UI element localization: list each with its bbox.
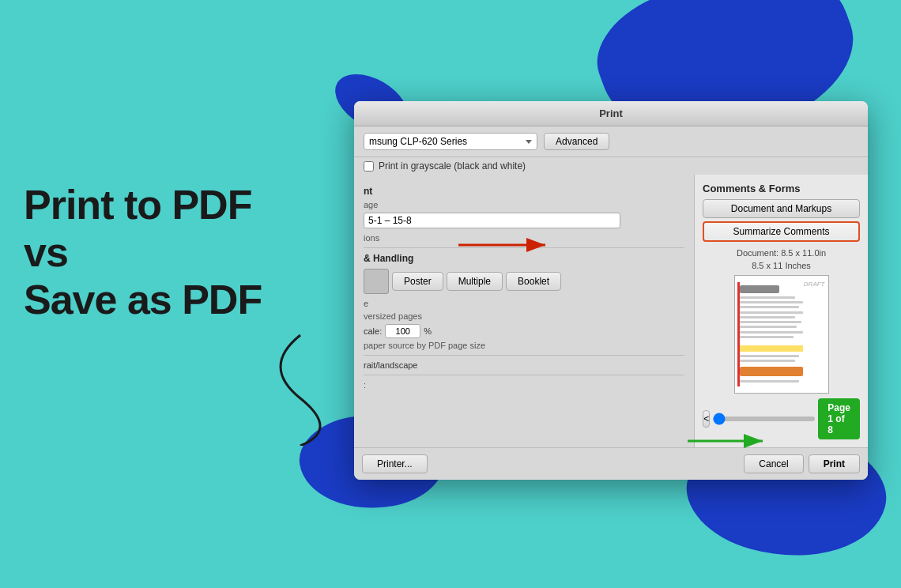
comments-forms-title: Comments & Forms bbox=[703, 183, 860, 194]
separator-3 bbox=[364, 375, 684, 375]
grayscale-label: Print in grayscale (black and white) bbox=[379, 160, 526, 172]
doc-markups-button[interactable]: Document and Markups bbox=[703, 199, 860, 218]
booklet-button[interactable]: Booklet bbox=[506, 272, 561, 291]
paper-source-label: paper source by PDF page size bbox=[364, 341, 684, 350]
page-nav-row: < Page 1 of 8 bbox=[703, 398, 860, 439]
dialog-right-panel: Comments & Forms Document and Markups Su… bbox=[694, 175, 868, 447]
preview-warning-block bbox=[740, 367, 803, 376]
orientation-label: rait/landscape bbox=[364, 360, 684, 370]
preview-highlight-1 bbox=[740, 345, 803, 352]
dialog-titlebar: Print bbox=[354, 101, 868, 126]
printer-select[interactable]: msung CLP-620 Series bbox=[364, 133, 537, 150]
page-preview: DRAFT bbox=[734, 275, 829, 394]
pages-section-title: nt bbox=[364, 186, 684, 197]
grayscale-checkbox[interactable] bbox=[364, 161, 374, 172]
squiggle-decoration bbox=[253, 327, 348, 446]
preview-logo bbox=[740, 285, 779, 293]
preview-line-3 bbox=[740, 306, 799, 308]
multiple-button[interactable]: Multiple bbox=[447, 272, 503, 291]
advanced-button[interactable]: Advanced bbox=[544, 133, 609, 150]
preview-line-4 bbox=[740, 311, 803, 314]
summarize-comments-button[interactable]: Summarize Comments bbox=[703, 221, 860, 242]
scale-label: cale: bbox=[364, 326, 382, 336]
dialog-body: nt age ions & Handling Poster Multiple B… bbox=[354, 175, 868, 447]
dialog-left-panel: nt age ions & Handling Poster Multiple B… bbox=[354, 175, 694, 447]
cancel-button[interactable]: Cancel bbox=[744, 454, 803, 473]
dialog-title: Print bbox=[599, 107, 623, 119]
preview-line-2 bbox=[740, 301, 803, 303]
preview-line-12 bbox=[740, 380, 799, 383]
page-range-input[interactable] bbox=[364, 213, 620, 228]
headline-line2: vs bbox=[24, 229, 262, 277]
preview-line-6 bbox=[740, 321, 801, 323]
misc-label: : bbox=[364, 380, 684, 390]
options-label: ions bbox=[364, 233, 684, 243]
preview-line-5 bbox=[740, 316, 795, 318]
print-button[interactable]: Print bbox=[809, 454, 860, 473]
preview-line-11 bbox=[740, 360, 795, 362]
handling-title: & Handling bbox=[364, 253, 684, 264]
page-slider[interactable] bbox=[713, 416, 815, 421]
separator-1 bbox=[364, 247, 684, 248]
preview-line-1 bbox=[740, 296, 795, 299]
preview-line-10 bbox=[740, 355, 799, 357]
scale-input[interactable] bbox=[385, 324, 420, 338]
scale-row: cale: % bbox=[364, 324, 684, 338]
oversized-label: versized pages bbox=[364, 311, 684, 321]
dialog-bottom-bar: Printer... Cancel Print bbox=[354, 447, 868, 480]
doc-size: 8.5 x 11 Inches bbox=[703, 261, 860, 270]
headline-line1: Print to PDF bbox=[24, 182, 262, 229]
printer-button[interactable]: Printer... bbox=[362, 454, 428, 473]
doc-info: Document: 8.5 x 11.0in bbox=[703, 248, 860, 258]
separator-2 bbox=[364, 355, 684, 356]
poster-button[interactable]: Poster bbox=[392, 272, 443, 291]
draft-label: DRAFT bbox=[804, 281, 825, 288]
grayscale-row: Print in grayscale (black and white) bbox=[354, 157, 868, 175]
print-dialog: Print msung CLP-620 Series Advanced Prin… bbox=[354, 101, 868, 480]
handling-buttons-row: Poster Multiple Booklet bbox=[364, 269, 684, 294]
fit-label: e bbox=[364, 299, 684, 308]
page-badge: Page 1 of 8 bbox=[818, 398, 860, 439]
main-headline: Print to PDF vs Save as PDF bbox=[24, 182, 262, 323]
preview-line-7 bbox=[740, 326, 797, 328]
scale-unit: % bbox=[424, 326, 432, 336]
preview-line-8 bbox=[740, 331, 803, 334]
preview-line-9 bbox=[740, 336, 794, 338]
headline-line3: Save as PDF bbox=[24, 277, 262, 324]
size-preview-box bbox=[364, 269, 389, 294]
prev-page-button[interactable]: < bbox=[703, 410, 710, 428]
page-range-label: age bbox=[364, 200, 684, 209]
dialog-top-bar: msung CLP-620 Series Advanced bbox=[354, 126, 868, 157]
